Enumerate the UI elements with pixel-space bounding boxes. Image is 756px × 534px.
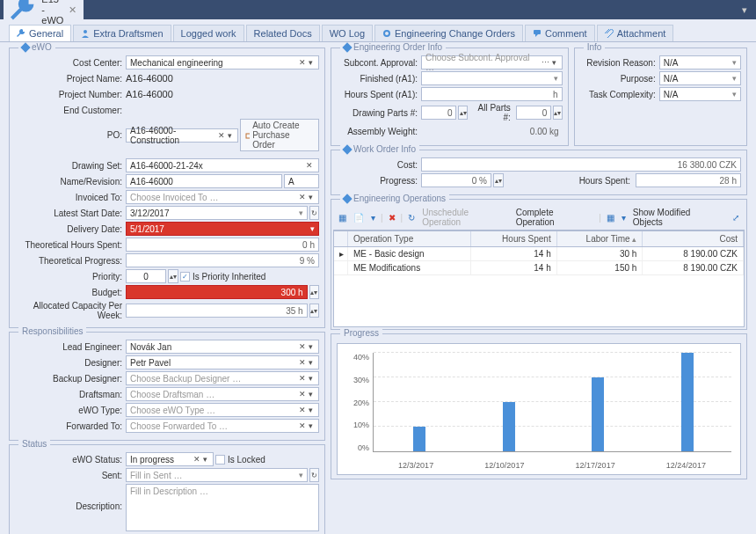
tab-attachment[interactable]: Attachment — [597, 25, 674, 41]
ewo-type-select[interactable]: Choose eWO Type …✕ ▾ — [126, 403, 319, 417]
progress-stepper[interactable]: ▴▾ — [493, 173, 504, 187]
task-complexity-select[interactable]: N/A▾ — [659, 87, 741, 101]
alloc-cap-input[interactable]: 35 h — [126, 304, 308, 318]
description-textarea[interactable]: Fill in Description … — [126, 484, 319, 531]
latest-start-date[interactable]: 3/12/2017▾ — [126, 206, 308, 220]
hours-spent-ra1[interactable]: h — [421, 87, 563, 101]
copy-button[interactable]: 📄 — [352, 212, 366, 223]
tab-general[interactable]: General — [9, 25, 71, 41]
wrench-icon — [17, 29, 25, 38]
revision-input[interactable]: A — [284, 174, 319, 188]
project-name-label: Project Name: — [15, 74, 126, 84]
delivery-date-label: Delivery Date: — [15, 224, 126, 234]
backup-designer-select[interactable]: Choose Backup Designer …✕ ▾ — [126, 371, 319, 385]
panel-status: Status eWO Status:In progress✕ ▾Is Locke… — [9, 444, 325, 534]
delete-button[interactable]: ✖ — [387, 212, 397, 223]
priority-label: Priority: — [15, 272, 126, 282]
project-number-label: Project Number: — [15, 90, 126, 99]
theo-prog-value: 9 % — [126, 253, 319, 267]
progress-chart: 0% 10% 20% 30% 40% 12/3/20 — [337, 343, 741, 475]
ops-toolbar: ▦ 📄 ▾ | ✖ | ↻ Unschedule Operation Compl… — [333, 205, 745, 230]
lead-engineer-select[interactable]: Novák Jan✕ ▾ — [126, 340, 319, 354]
window-menu-caret[interactable]: ▾ — [737, 4, 752, 16]
table-row[interactable]: ME Modifications 14 h 150 h 8 190.00 CZK — [334, 261, 744, 275]
panel-wo-info: Work Order Info Cost:16 380.00 CZK Progr… — [331, 150, 747, 195]
auto-create-po-button[interactable]: Auto Create Purchase Order — [240, 119, 319, 151]
drawing-parts-stepper[interactable]: ▴▾ — [458, 106, 467, 120]
invoiced-to-select[interactable]: Choose Invoiced To …✕ ▾ — [126, 190, 319, 204]
all-parts-stepper[interactable]: ▴▾ — [553, 106, 562, 120]
columns-button[interactable]: ▦ — [605, 212, 616, 223]
tab-wo-log[interactable]: WO Log — [322, 25, 373, 41]
tab-related-docs[interactable]: Related Docs — [246, 25, 320, 41]
delivery-date[interactable]: 5/1/2017▾ — [126, 222, 319, 236]
cost-center-select[interactable]: Mechanical engineering✕ ▾ — [126, 55, 319, 69]
tab-extra-draftsmen[interactable]: Extra Draftsmen — [73, 25, 171, 41]
table-row[interactable]: ▸ ME - Basic design 14 h 30 h 8 190.00 C… — [334, 247, 744, 261]
cost-center-label: Cost Center: — [15, 58, 126, 68]
hours-spent-value: 28 h — [636, 173, 741, 187]
svg-rect-2 — [534, 30, 541, 34]
tab-logged-work[interactable]: Logged work — [173, 25, 244, 41]
panel-eng-order-info: Engineering Order Info Subcont. Approval… — [331, 48, 569, 146]
forwarded-to-select[interactable]: Choose Forwarded To …✕ ▾ — [126, 419, 319, 433]
window-tab-label: E15 - eWO — [41, 0, 63, 26]
theo-prog-label: Theoretical Progress: — [15, 256, 126, 266]
po-select[interactable]: A16-46000-Construction✕ ▾ — [126, 128, 238, 143]
refresh-button[interactable]: ↻ — [406, 212, 417, 223]
cost-value: 16 380.00 CZK — [421, 157, 741, 172]
alloc-cap-stepper[interactable]: ▴▾ — [309, 304, 319, 318]
budget-input[interactable]: 300 h — [126, 285, 308, 299]
revision-reason-select[interactable]: N/A▾ — [659, 55, 741, 69]
close-icon[interactable]: ✕ — [69, 4, 76, 16]
drawing-set-input[interactable]: A16-46000-21-24x✕ — [126, 158, 319, 172]
draftsman-select[interactable]: Choose Draftsman …✕ ▾ — [126, 387, 319, 401]
finished-date[interactable]: ▾ — [421, 71, 563, 85]
budget-label: Budget: — [15, 288, 126, 297]
is-locked-checkbox[interactable]: Is Locked — [215, 455, 265, 465]
panel-responsibilities: Responsibilities Lead Engineer:Novák Jan… — [9, 332, 325, 441]
complete-op-button[interactable]: Complete Operation — [514, 207, 596, 228]
ewo-status-select[interactable]: In progress✕ ▾ — [126, 452, 214, 466]
designer-select[interactable]: Petr Pavel✕ ▾ — [126, 355, 319, 369]
progress-input[interactable]: 0 % — [421, 173, 491, 187]
priority-input[interactable]: 0 — [126, 269, 166, 283]
drawing-parts-input[interactable]: 0 — [421, 106, 456, 120]
latest-start-label: Latest Start Date: — [15, 208, 126, 218]
chart-bar — [413, 427, 425, 451]
refresh-button[interactable]: ↻ — [309, 206, 319, 220]
priority-inherited-checkbox[interactable]: ✓Is Priority Inherited — [180, 272, 265, 282]
wrench-icon — [342, 144, 352, 154]
tabstrip: General Extra Draftsmen Logged work Rela… — [0, 19, 756, 42]
caret-icon[interactable]: ▾ — [369, 212, 377, 223]
new-button[interactable]: ▦ — [337, 212, 348, 223]
svg-point-1 — [384, 31, 389, 36]
purpose-select[interactable]: N/A▾ — [659, 71, 741, 85]
assembly-weight-value: 0.00 kg — [421, 124, 563, 138]
invoiced-to-label: Invoiced To: — [15, 193, 126, 202]
all-parts-input[interactable]: 0 — [516, 106, 551, 120]
unschedule-op-button[interactable]: Unschedule Operation — [420, 207, 510, 228]
theo-hours-value: 0 h — [126, 238, 319, 252]
subcont-approval-select[interactable]: Choose Subcont. Approval …⋯ ▾ — [421, 55, 563, 69]
sent-input[interactable]: Fill in Sent …▾ — [126, 468, 308, 482]
expand-button[interactable]: ⤢ — [731, 212, 741, 223]
wrench-icon — [11, 0, 36, 23]
wrench-icon — [20, 42, 30, 52]
tab-eco[interactable]: Engineering Change Orders — [374, 25, 523, 41]
panel-progress: Progress 0% 10% 20% 30% 40% — [331, 333, 747, 479]
sent-refresh[interactable]: ↻ — [309, 468, 319, 482]
name-input[interactable]: A16-46000 — [126, 174, 282, 188]
alloc-cap-label: Allocated Capacity Per Week: — [15, 301, 126, 320]
window-tab[interactable]: E15 - eWO ✕ — [4, 0, 84, 27]
show-modified-button[interactable]: Show Modified Objects — [631, 207, 723, 228]
ops-grid[interactable]: Operation Type Hours Spent Labor Time ▴ … — [333, 230, 745, 327]
priority-stepper[interactable]: ▴▾ — [168, 269, 178, 283]
panel-eng-operations: Engineering Operations ▦ 📄 ▾ | ✖ | ↻ Uns… — [331, 199, 747, 330]
title-bar: E15 - eWO ✕ ▾ — [0, 0, 756, 19]
panel-info: Info Revision Reason:N/A▾ Purpose:N/A▾ T… — [574, 48, 747, 146]
caret-icon[interactable]: ▾ — [620, 212, 628, 223]
tab-comment[interactable]: Comment — [525, 25, 595, 41]
budget-stepper[interactable]: ▴▾ — [309, 285, 319, 299]
project-name-value: A16-46000 — [126, 73, 173, 84]
